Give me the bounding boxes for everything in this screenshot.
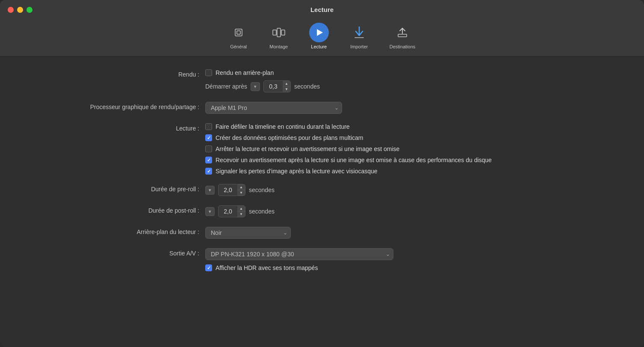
lecture-checkbox-1[interactable]: Créer des données optimisées pour des pl…	[205, 134, 492, 141]
postroll-label: Durée de post-roll :	[26, 205, 205, 214]
minimize-button[interactable]	[17, 7, 23, 13]
preroll-controls: ▾ 2,0 ▲ ▼ secondes	[205, 184, 275, 196]
demarrer-chevron[interactable]: ▾	[251, 82, 260, 91]
lecture-label: Lecture	[311, 44, 327, 49]
toolbar-item-lecture[interactable]: Lecture	[303, 20, 335, 52]
main-content: Rendu : Rendu en arrière-plan Démarrer a…	[0, 56, 644, 347]
rendu-controls: Rendu en arrière-plan Démarrer après ▾ 0…	[205, 69, 320, 92]
lecture-checkbox-4[interactable]: Signaler les pertes d'image après la lec…	[205, 168, 492, 175]
svg-marker-5	[317, 29, 323, 36]
preroll-label: Durée de pre-roll :	[26, 184, 205, 193]
lecture-check-2[interactable]	[205, 145, 212, 152]
lecture-check-label-0: Faire défiler la timeline en continu dur…	[216, 123, 350, 130]
arriere-plan-row: Arrière-plan du lecteur : Noir ⌄	[26, 227, 618, 239]
lecture-check-label-3: Recevoir un avertissement après la lectu…	[216, 157, 492, 163]
general-icon	[229, 23, 248, 42]
lecture-check-0[interactable]	[205, 123, 212, 130]
toolbar-item-general[interactable]: Général	[223, 20, 254, 52]
preroll-row: Durée de pre-roll : ▾ 2,0 ▲ ▼ secondes	[26, 184, 618, 196]
demarrer-stepper-btns: ▲ ▼	[283, 81, 290, 92]
rendu-checkbox-row: Rendu en arrière-plan	[205, 69, 320, 76]
hdr-checkbox[interactable]	[205, 264, 212, 271]
traffic-lights	[8, 7, 32, 13]
lecture-check-label-2: Arrêter la lecture et recevoir un averti…	[216, 145, 399, 152]
lecture-checkboxes-row: Lecture : Faire défiler la timeline en c…	[26, 123, 618, 175]
postroll-row: Durée de post-roll : ▾ 2,0 ▲ ▼ secondes	[26, 205, 618, 217]
lecture-check-label-1: Créer des données optimisées pour des pl…	[216, 134, 363, 141]
preroll-up-btn[interactable]: ▲	[237, 184, 245, 190]
demarrer-up-btn[interactable]: ▲	[283, 81, 290, 86]
sortie-label: Sortie A/V :	[26, 248, 205, 257]
window: Lecture Général	[0, 0, 644, 347]
sortie-select-wrap: DP PN-K321 1920 x 1080 @30 ⌄	[205, 248, 393, 260]
postroll-secondes: secondes	[249, 208, 275, 215]
general-label: Général	[230, 44, 247, 49]
lecture-check-4[interactable]	[205, 168, 212, 175]
preroll-control-row: ▾ 2,0 ▲ ▼ secondes	[205, 184, 275, 196]
toolbar-item-montage[interactable]: Montage	[263, 20, 295, 52]
lecture-check-label-4: Signaler les pertes d'image après la lec…	[216, 168, 378, 175]
postroll-controls: ▾ 2,0 ▲ ▼ secondes	[205, 205, 275, 217]
svg-rect-1	[237, 31, 240, 34]
arriere-plan-select[interactable]: Noir	[205, 227, 291, 239]
svg-rect-3	[277, 28, 281, 37]
arriere-plan-select-wrap: Noir ⌄	[205, 227, 291, 239]
demarrer-secondes: secondes	[294, 83, 320, 90]
toolbar-item-importer[interactable]: Importer	[343, 20, 375, 52]
demarrer-row: Démarrer après ▾ 0,3 ▲ ▼ secondes	[205, 80, 320, 92]
postroll-value: 2,0	[219, 207, 237, 216]
arriere-plan-label: Arrière-plan du lecteur :	[26, 227, 205, 235]
lecture-check-3[interactable]	[205, 157, 212, 163]
processeur-select-wrap: Apple M1 Pro ⌄	[205, 102, 342, 114]
demarrer-value-wrap: 0,3 ▲ ▼	[263, 80, 291, 92]
lecture-checkbox-2[interactable]: Arrêter la lecture et recevoir un averti…	[205, 145, 492, 152]
rendu-checkbox-label: Rendu en arrière-plan	[216, 69, 274, 76]
processeur-controls: Apple M1 Pro ⌄	[205, 102, 342, 114]
sortie-select[interactable]: DP PN-K321 1920 x 1080 @30	[205, 248, 393, 260]
preroll-value: 2,0	[219, 185, 237, 195]
postroll-value-wrap: 2,0 ▲ ▼	[218, 205, 245, 217]
lecture-label: Lecture :	[26, 123, 205, 132]
demarrer-value: 0,3	[264, 82, 283, 91]
maximize-button[interactable]	[27, 7, 32, 13]
processeur-row: Processeur graphique de rendu/partage : …	[26, 102, 618, 114]
postroll-stepper-btns: ▲ ▼	[237, 206, 245, 217]
lecture-icon	[309, 23, 329, 42]
svg-rect-4	[281, 30, 285, 35]
toolbar-item-destinations[interactable]: Destinations	[384, 20, 422, 52]
postroll-control-row: ▾ 2,0 ▲ ▼ secondes	[205, 205, 275, 217]
postroll-chevron[interactable]: ▾	[205, 207, 215, 216]
importer-label: Importer	[350, 44, 368, 49]
preroll-value-wrap: 2,0 ▲ ▼	[218, 184, 245, 196]
svg-rect-7	[398, 34, 407, 37]
lecture-check-1[interactable]	[205, 134, 212, 141]
hdr-checkbox-wrap[interactable]: Afficher la HDR avec ses tons mappés	[205, 264, 393, 271]
sortie-controls: DP PN-K321 1920 x 1080 @30 ⌄ Afficher la…	[205, 248, 393, 271]
hdr-label: Afficher la HDR avec ses tons mappés	[216, 264, 318, 271]
svg-rect-0	[235, 29, 242, 36]
destinations-label: Destinations	[390, 44, 416, 49]
close-button[interactable]	[8, 7, 14, 13]
demarrer-down-btn[interactable]: ▼	[283, 86, 290, 92]
montage-label: Montage	[269, 44, 288, 49]
lecture-checkbox-0[interactable]: Faire défiler la timeline en continu dur…	[205, 123, 492, 130]
preroll-stepper-btns: ▲ ▼	[237, 184, 245, 196]
svg-rect-2	[273, 30, 276, 35]
rendu-checkbox[interactable]	[205, 69, 212, 76]
lecture-controls: Faire défiler la timeline en continu dur…	[205, 123, 492, 175]
preroll-secondes: secondes	[249, 187, 275, 193]
processeur-label: Processeur graphique de rendu/partage :	[26, 102, 205, 110]
montage-icon	[269, 23, 289, 42]
rendu-row: Rendu : Rendu en arrière-plan Démarrer a…	[26, 69, 618, 92]
toolbar: Général Montage	[223, 18, 422, 56]
arriere-plan-controls: Noir ⌄	[205, 227, 291, 239]
postroll-down-btn[interactable]: ▼	[237, 211, 245, 217]
lecture-checkbox-3[interactable]: Recevoir un avertissement après la lectu…	[205, 157, 492, 163]
importer-icon	[349, 23, 369, 42]
processeur-select[interactable]: Apple M1 Pro	[205, 102, 342, 114]
preroll-chevron[interactable]: ▾	[205, 186, 215, 195]
postroll-up-btn[interactable]: ▲	[237, 206, 245, 211]
preroll-down-btn[interactable]: ▼	[237, 190, 245, 196]
window-title: Lecture	[310, 6, 334, 13]
sortie-row: Sortie A/V : DP PN-K321 1920 x 1080 @30 …	[26, 248, 618, 271]
